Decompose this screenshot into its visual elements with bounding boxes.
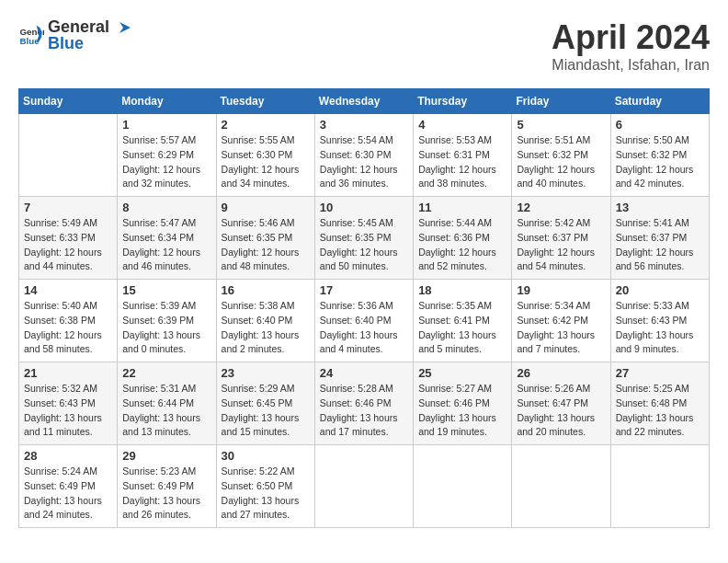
calendar-cell: 25Sunrise: 5:27 AM Sunset: 6:46 PM Dayli… bbox=[414, 362, 512, 445]
calendar-cell bbox=[512, 445, 610, 528]
weekday-header-saturday: Saturday bbox=[610, 89, 709, 114]
day-number: 21 bbox=[24, 366, 112, 380]
calendar-cell: 6Sunrise: 5:50 AM Sunset: 6:32 PM Daylig… bbox=[610, 114, 709, 197]
day-info: Sunrise: 5:22 AM Sunset: 6:50 PM Dayligh… bbox=[222, 465, 310, 523]
calendar-body: 1Sunrise: 5:57 AM Sunset: 6:29 PM Daylig… bbox=[19, 114, 710, 528]
calendar-cell: 20Sunrise: 5:33 AM Sunset: 6:43 PM Dayli… bbox=[610, 280, 709, 362]
day-number: 25 bbox=[418, 366, 506, 380]
calendar-cell: 24Sunrise: 5:28 AM Sunset: 6:46 PM Dayli… bbox=[314, 362, 413, 445]
day-info: Sunrise: 5:55 AM Sunset: 6:30 PM Dayligh… bbox=[222, 133, 310, 191]
day-number: 1 bbox=[122, 118, 210, 132]
calendar-week-row: 7Sunrise: 5:49 AM Sunset: 6:33 PM Daylig… bbox=[19, 197, 710, 280]
day-number: 30 bbox=[222, 449, 310, 463]
calendar-cell: 28Sunrise: 5:24 AM Sunset: 6:49 PM Dayli… bbox=[19, 445, 118, 528]
calendar-cell bbox=[314, 445, 413, 528]
day-number: 2 bbox=[222, 118, 310, 132]
day-info: Sunrise: 5:23 AM Sunset: 6:49 PM Dayligh… bbox=[122, 465, 210, 523]
day-number: 17 bbox=[320, 283, 408, 297]
day-number: 15 bbox=[122, 283, 210, 297]
calendar-cell: 4Sunrise: 5:53 AM Sunset: 6:31 PM Daylig… bbox=[414, 114, 512, 197]
day-info: Sunrise: 5:35 AM Sunset: 6:41 PM Dayligh… bbox=[418, 299, 506, 357]
title-area: April 2024 Miandasht, Isfahan, Iran bbox=[552, 18, 710, 74]
calendar-week-row: 1Sunrise: 5:57 AM Sunset: 6:29 PM Daylig… bbox=[19, 114, 710, 197]
calendar-cell: 21Sunrise: 5:32 AM Sunset: 6:43 PM Dayli… bbox=[19, 362, 118, 445]
calendar-cell: 18Sunrise: 5:35 AM Sunset: 6:41 PM Dayli… bbox=[414, 280, 512, 362]
day-info: Sunrise: 5:33 AM Sunset: 6:43 PM Dayligh… bbox=[616, 299, 704, 357]
calendar-cell: 7Sunrise: 5:49 AM Sunset: 6:33 PM Daylig… bbox=[19, 197, 118, 280]
day-number: 16 bbox=[222, 283, 310, 297]
day-number: 12 bbox=[517, 201, 605, 214]
day-info: Sunrise: 5:27 AM Sunset: 6:46 PM Dayligh… bbox=[418, 382, 506, 440]
day-number: 27 bbox=[616, 366, 704, 380]
day-number: 14 bbox=[24, 283, 112, 297]
day-number: 9 bbox=[222, 201, 310, 214]
day-number: 28 bbox=[24, 449, 112, 463]
day-number: 26 bbox=[517, 366, 605, 380]
calendar-cell: 19Sunrise: 5:34 AM Sunset: 6:42 PM Dayli… bbox=[512, 280, 610, 362]
day-info: Sunrise: 5:46 AM Sunset: 6:35 PM Dayligh… bbox=[222, 216, 310, 274]
day-number: 19 bbox=[517, 283, 605, 297]
day-info: Sunrise: 5:41 AM Sunset: 6:37 PM Dayligh… bbox=[616, 216, 704, 274]
weekday-header-wednesday: Wednesday bbox=[314, 89, 413, 114]
day-info: Sunrise: 5:25 AM Sunset: 6:48 PM Dayligh… bbox=[616, 382, 704, 440]
day-number: 22 bbox=[122, 366, 210, 380]
day-info: Sunrise: 5:34 AM Sunset: 6:42 PM Dayligh… bbox=[517, 299, 605, 357]
weekday-header-thursday: Thursday bbox=[414, 89, 512, 114]
day-info: Sunrise: 5:31 AM Sunset: 6:44 PM Dayligh… bbox=[122, 382, 210, 440]
calendar-week-row: 14Sunrise: 5:40 AM Sunset: 6:38 PM Dayli… bbox=[19, 280, 710, 362]
day-number: 6 bbox=[616, 118, 704, 132]
day-number: 7 bbox=[24, 201, 112, 214]
calendar-week-row: 21Sunrise: 5:32 AM Sunset: 6:43 PM Dayli… bbox=[19, 362, 710, 445]
calendar-cell: 22Sunrise: 5:31 AM Sunset: 6:44 PM Dayli… bbox=[118, 362, 216, 445]
calendar-cell: 17Sunrise: 5:36 AM Sunset: 6:40 PM Dayli… bbox=[314, 280, 413, 362]
calendar-cell: 13Sunrise: 5:41 AM Sunset: 6:37 PM Dayli… bbox=[610, 197, 709, 280]
month-title: April 2024 bbox=[552, 18, 710, 57]
weekday-header-row: SundayMondayTuesdayWednesdayThursdayFrid… bbox=[19, 89, 710, 114]
day-info: Sunrise: 5:53 AM Sunset: 6:31 PM Dayligh… bbox=[418, 133, 506, 191]
day-number: 23 bbox=[222, 366, 310, 380]
day-number: 5 bbox=[517, 118, 605, 132]
calendar-cell: 1Sunrise: 5:57 AM Sunset: 6:29 PM Daylig… bbox=[118, 114, 216, 197]
calendar-cell bbox=[19, 114, 118, 197]
day-number: 4 bbox=[418, 118, 506, 132]
calendar-cell: 9Sunrise: 5:46 AM Sunset: 6:35 PM Daylig… bbox=[216, 197, 314, 280]
day-info: Sunrise: 5:38 AM Sunset: 6:40 PM Dayligh… bbox=[222, 299, 310, 357]
day-info: Sunrise: 5:39 AM Sunset: 6:39 PM Dayligh… bbox=[122, 299, 210, 357]
calendar-week-row: 28Sunrise: 5:24 AM Sunset: 6:49 PM Dayli… bbox=[19, 445, 710, 528]
logo-arrow-icon bbox=[116, 18, 134, 37]
day-info: Sunrise: 5:29 AM Sunset: 6:45 PM Dayligh… bbox=[222, 382, 310, 440]
calendar-cell: 8Sunrise: 5:47 AM Sunset: 6:34 PM Daylig… bbox=[118, 197, 216, 280]
calendar-cell: 5Sunrise: 5:51 AM Sunset: 6:32 PM Daylig… bbox=[512, 114, 610, 197]
calendar-cell: 23Sunrise: 5:29 AM Sunset: 6:45 PM Dayli… bbox=[216, 362, 314, 445]
day-info: Sunrise: 5:54 AM Sunset: 6:30 PM Dayligh… bbox=[320, 133, 408, 191]
day-number: 10 bbox=[320, 201, 408, 214]
calendar-cell: 11Sunrise: 5:44 AM Sunset: 6:36 PM Dayli… bbox=[414, 197, 512, 280]
calendar-cell: 15Sunrise: 5:39 AM Sunset: 6:39 PM Dayli… bbox=[118, 280, 216, 362]
weekday-header-friday: Friday bbox=[512, 89, 610, 114]
calendar-cell bbox=[414, 445, 512, 528]
day-info: Sunrise: 5:57 AM Sunset: 6:29 PM Dayligh… bbox=[122, 133, 210, 191]
day-info: Sunrise: 5:32 AM Sunset: 6:43 PM Dayligh… bbox=[24, 382, 112, 440]
logo-icon: General Blue bbox=[18, 22, 44, 48]
day-info: Sunrise: 5:28 AM Sunset: 6:46 PM Dayligh… bbox=[320, 382, 408, 440]
day-number: 3 bbox=[320, 118, 408, 132]
weekday-header-tuesday: Tuesday bbox=[216, 89, 314, 114]
calendar-cell: 12Sunrise: 5:42 AM Sunset: 6:37 PM Dayli… bbox=[512, 197, 610, 280]
day-number: 13 bbox=[616, 201, 704, 214]
day-number: 29 bbox=[122, 449, 210, 463]
calendar-cell: 26Sunrise: 5:26 AM Sunset: 6:47 PM Dayli… bbox=[512, 362, 610, 445]
day-info: Sunrise: 5:40 AM Sunset: 6:38 PM Dayligh… bbox=[24, 299, 112, 357]
day-info: Sunrise: 5:49 AM Sunset: 6:33 PM Dayligh… bbox=[24, 216, 112, 274]
svg-text:Blue: Blue bbox=[19, 36, 40, 46]
calendar-cell: 30Sunrise: 5:22 AM Sunset: 6:50 PM Dayli… bbox=[216, 445, 314, 528]
day-info: Sunrise: 5:47 AM Sunset: 6:34 PM Dayligh… bbox=[122, 216, 210, 274]
day-number: 20 bbox=[616, 283, 704, 297]
calendar-cell: 3Sunrise: 5:54 AM Sunset: 6:30 PM Daylig… bbox=[314, 114, 413, 197]
calendar-cell: 10Sunrise: 5:45 AM Sunset: 6:35 PM Dayli… bbox=[314, 197, 413, 280]
weekday-header-sunday: Sunday bbox=[19, 89, 118, 114]
calendar-cell: 2Sunrise: 5:55 AM Sunset: 6:30 PM Daylig… bbox=[216, 114, 314, 197]
logo-blue-text: Blue bbox=[48, 35, 134, 52]
day-number: 18 bbox=[418, 283, 506, 297]
calendar-cell bbox=[610, 445, 709, 528]
weekday-header-monday: Monday bbox=[118, 89, 216, 114]
